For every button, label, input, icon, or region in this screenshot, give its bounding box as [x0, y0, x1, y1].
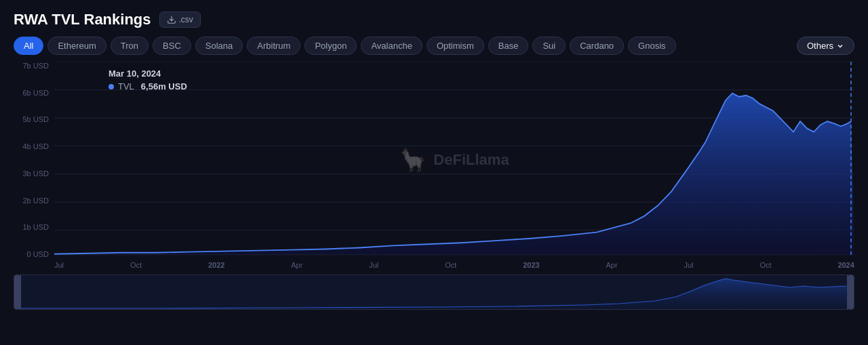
x-label-jul-3: Jul: [684, 261, 693, 269]
x-label-apr-2: Apr: [606, 261, 617, 269]
page-title: RWA TVL Rankings: [14, 11, 151, 28]
filter-bsc[interactable]: BSC: [153, 37, 191, 55]
tooltip: Mar 10, 2024 TVL 6,56m USD: [108, 68, 187, 92]
x-label-2023: 2023: [523, 261, 539, 269]
header-row: RWA TVL Rankings .csv: [14, 11, 854, 28]
filter-cardano[interactable]: Cardano: [570, 37, 624, 55]
tooltip-date: Mar 10, 2024: [108, 68, 187, 79]
y-label-2b: 2b USD: [14, 197, 54, 205]
y-label-5b: 5b USD: [14, 115, 54, 123]
y-label-0: 0 USD: [14, 250, 54, 258]
tooltip-tvl-label: TVL: [118, 81, 134, 92]
others-label: Others: [807, 41, 833, 51]
csv-download-button[interactable]: .csv: [159, 12, 201, 28]
chart-area: 7b USD 6b USD 5b USD 4b USD 3b USD 2b US…: [14, 62, 854, 345]
y-label-3b: 3b USD: [14, 169, 54, 178]
y-label-6b: 6b USD: [14, 89, 54, 97]
range-handle-left[interactable]: [14, 275, 20, 309]
chart-wrapper: 7b USD 6b USD 5b USD 4b USD 3b USD 2b US…: [14, 62, 854, 272]
x-label-apr-1: Apr: [291, 261, 302, 269]
y-label-7b: 7b USD: [14, 62, 54, 70]
filter-polygon[interactable]: Polygon: [304, 37, 357, 55]
range-handle-right[interactable]: [848, 275, 854, 309]
y-label-1b: 1b USD: [14, 223, 54, 231]
filter-base[interactable]: Base: [488, 37, 529, 55]
filter-tron[interactable]: Tron: [111, 37, 149, 55]
filter-sui[interactable]: Sui: [532, 37, 566, 55]
x-axis: Jul Oct 2022 Apr Jul Oct 2023 Apr Jul Oc…: [54, 258, 854, 272]
x-label-2024: 2024: [837, 261, 854, 269]
x-label-jul-2: Jul: [369, 261, 378, 269]
filter-avalanche[interactable]: Avalanche: [361, 37, 422, 55]
filter-arbitrum[interactable]: Arbitrum: [247, 37, 300, 55]
range-selection: [20, 275, 848, 309]
x-label-oct-3: Oct: [760, 261, 771, 269]
x-label-oct-2: Oct: [445, 261, 456, 269]
filter-row: All Ethereum Tron BSC Solana Arbitrum Po…: [14, 37, 854, 55]
filter-gnosis[interactable]: Gnosis: [628, 37, 675, 55]
x-label-jul-1: Jul: [54, 261, 64, 269]
filter-ethereum[interactable]: Ethereum: [47, 37, 106, 55]
mini-range-selector[interactable]: [14, 275, 854, 310]
tooltip-tvl-value: 6,56m USD: [141, 81, 187, 92]
chart-canvas: 🦙 DeFiLlama Mar 10, 2024 TVL 6,56m USD: [54, 62, 854, 258]
filter-all[interactable]: All: [14, 37, 43, 55]
download-icon: [167, 15, 176, 24]
y-axis: 7b USD 6b USD 5b USD 4b USD 3b USD 2b US…: [14, 62, 54, 272]
filter-optimism[interactable]: Optimism: [427, 37, 484, 55]
tooltip-dot: [108, 84, 114, 89]
others-dropdown-button[interactable]: Others: [797, 37, 854, 55]
x-label-2022: 2022: [208, 261, 224, 269]
main-container: RWA TVL Rankings .csv All Ethereum Tron …: [0, 0, 868, 345]
x-label-oct-1: Oct: [130, 261, 142, 269]
chevron-down-icon: [836, 42, 844, 50]
tooltip-tvl-row: TVL 6,56m USD: [108, 81, 187, 92]
y-label-4b: 4b USD: [14, 142, 54, 150]
csv-label: .csv: [179, 15, 193, 24]
filter-solana[interactable]: Solana: [195, 37, 243, 55]
